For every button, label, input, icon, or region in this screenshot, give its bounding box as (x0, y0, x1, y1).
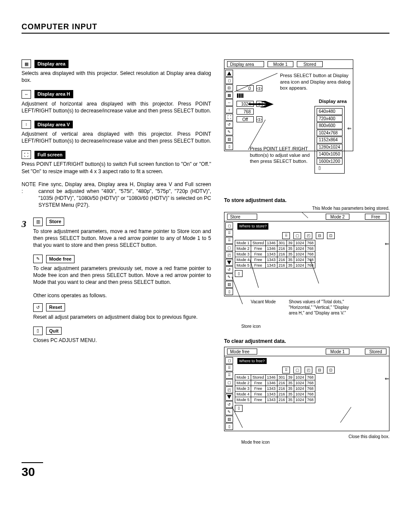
osd-store-icons: ◻ ⠿ ⠿ ▢ ◰ ↺ ✎ ▥ ▯ (224, 221, 234, 296)
full-screen-icon: ⛶ (225, 114, 233, 121)
table-cell: 1024 (294, 392, 305, 397)
table-row: Mode 4Free1343216351024768 (235, 257, 315, 263)
table-cell: 1024 (294, 386, 305, 392)
resolution-item: 640x480 (317, 108, 342, 115)
osd-store-status: Free (365, 214, 386, 220)
table-cell: Mode 3 (235, 251, 251, 257)
table-row: Mode 3Free1343216351024768 (235, 386, 315, 392)
resolution-item: 1024x768 (317, 130, 342, 137)
lr-arrow-icon: ◁▷ (256, 85, 262, 91)
left-column: ▦ Display area Selects area displayed wi… (22, 59, 211, 445)
col-icon: ◰ (305, 232, 312, 239)
table-cell: Mode 3 (235, 386, 251, 392)
osd-clear-icons: ◻ ⠿ ⠿ ▢ ◰ ↺ ✎ ▥ ▯ (224, 356, 234, 431)
mode-free-label: Mode free (46, 255, 75, 263)
full-screen-text: Press POINT LEFT/RIGHT button(s) to swit… (22, 161, 211, 174)
entry-display-area-h: ↔ Display area H Adjustment of horizonta… (22, 90, 211, 114)
quit-label: Quit (46, 327, 62, 335)
up-arrow-icon (225, 70, 233, 77)
page-number: 30 (22, 462, 43, 480)
osd1-title: Display area (227, 61, 264, 67)
table-cell: 1346 (265, 240, 277, 246)
right-column: Display area Mode 1 Stored ◻ ⊟ ▦ ↔ ↕ ⛶ ↺… (224, 59, 389, 445)
icon: ◰ (225, 252, 233, 258)
clear-annot-close: Close this dialog box. (224, 434, 389, 439)
table-cell: Free (251, 251, 266, 257)
table-cell: 1024 (294, 240, 305, 246)
osd-store: Store Mode 2 Free ◻ ⠿ ⠿ ▢ ◰ ↺ ✎ ▥ ▯ (224, 212, 389, 329)
mode-free-text: To clear adjustment parameters previousl… (33, 265, 211, 286)
table-cell: 768 (305, 386, 315, 392)
table-cell: 216 (277, 263, 286, 268)
icon: ▢ (225, 379, 233, 386)
col-icon: ◰ (305, 367, 312, 373)
clamp-icon: ⊟ (225, 84, 233, 91)
left-arrow-pointer-icon: ⇐ (385, 240, 389, 296)
icon: ▢ (225, 244, 233, 251)
table-cell: Free (251, 392, 266, 397)
table-cell: 216 (277, 251, 286, 257)
table-cell: 301 (277, 240, 286, 246)
display-area-label: Display area (34, 60, 68, 68)
icon: ⠿ (225, 364, 233, 371)
table-cell: 1343 (265, 386, 277, 392)
mode-free-icon: ✎ (225, 274, 233, 280)
note: NOTE : Fine sync, Display area, Display … (22, 181, 211, 209)
screen-icon: ◻ (225, 77, 233, 84)
col-icon: ▢ (293, 367, 301, 373)
table-cell: Free (251, 246, 266, 251)
display-area-v-icon: ↕ (225, 106, 233, 113)
col-icon: ⠿ (282, 232, 290, 239)
table-cell: 216 (277, 257, 286, 263)
full-screen-label: Full screen (34, 151, 65, 159)
col-icon: ⊟ (316, 367, 324, 373)
down-arrow-icon (225, 394, 233, 401)
entry-store: ▥ Store To store adjustment parameters, … (33, 218, 211, 249)
table-cell: Mode 4 (235, 392, 251, 397)
resolution-item: 1400x1050 (317, 151, 342, 158)
osd-clear-mode: Mode 1 (326, 348, 349, 355)
table-cell: 35 (286, 263, 294, 268)
other-icons-text: Other icons operates as follows. (33, 292, 211, 299)
right-arrow-icon: ➔ (246, 95, 276, 113)
store-mode-table: Mode 1Stored1346301391024768Mode 2Free13… (235, 240, 315, 269)
table-cell: Free (251, 257, 266, 263)
lr-arrow-icon: ◁▷ (256, 116, 262, 122)
table-cell: Free (251, 386, 266, 392)
display-area-h-text: Adjustment of horizontal area displayed … (22, 100, 211, 114)
page-title: COMPUTER INPUT (22, 22, 389, 34)
table-cell: Mode 1 (235, 374, 251, 380)
mode-free-icon: ✎ (225, 128, 233, 135)
step-3: 3 ▥ Store To store adjustment parameters… (22, 218, 211, 350)
table-cell: 35 (286, 257, 294, 263)
entry-reset: ↺ Reset Reset all adjust parameters on a… (33, 303, 211, 320)
quit-icon: ▯ (235, 270, 243, 277)
resolution-list: 640x480 720x400 800x600 1024x768 1152x86… (314, 106, 345, 174)
quit-text: Closes PC ADJUST MENU. (33, 337, 211, 344)
mode-free-icon: ✎ (225, 408, 233, 415)
table-cell: 1024 (294, 246, 305, 251)
table-cell: 216 (277, 397, 286, 403)
entry-display-area-v: ↕ Display area V Adjustment of vertical … (22, 120, 211, 144)
osd1-val-zero: 0 (237, 85, 254, 91)
table-cell: 1024 (294, 257, 305, 263)
resolution-item: 1600x1200 (317, 158, 342, 165)
table-row: Mode 4Free1343216351024768 (235, 392, 315, 397)
icon: ⠿ (225, 237, 233, 244)
table-cell: 768 (305, 257, 315, 263)
table-cell: 768 (305, 380, 315, 386)
osd-clear: Mode free Mode 1 Stored ◻ ⠿ ⠿ ▢ ◰ ↺ ✎ ▥ … (224, 347, 389, 445)
selector-bars (237, 93, 244, 98)
col-icon: ⊡ (327, 232, 335, 239)
table-cell: 1346 (265, 246, 277, 251)
reset-icon: ↺ (225, 401, 233, 408)
table-cell: Mode 5 (235, 263, 251, 268)
quit-icon: ▯ (225, 143, 233, 150)
osd1-heading: Display area (319, 98, 347, 104)
entry-full-screen: ⛶ Full screen Press POINT LEFT/RIGHT but… (22, 150, 211, 174)
table-cell: 1024 (294, 380, 305, 386)
quit-icon: ▯ (235, 405, 243, 412)
resolution-item: 720x400 (317, 115, 342, 122)
table-cell: 768 (305, 246, 315, 251)
table-cell: 35 (286, 392, 294, 397)
